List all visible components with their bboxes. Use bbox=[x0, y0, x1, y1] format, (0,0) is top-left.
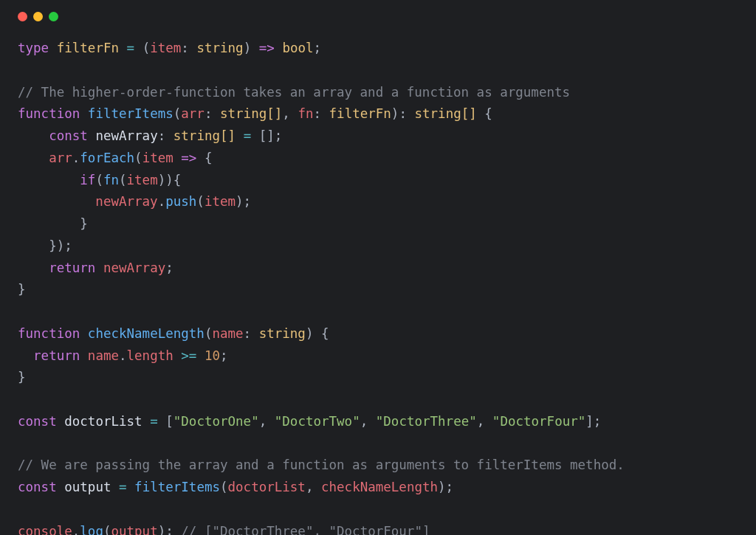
keyword-const3: const bbox=[18, 480, 57, 494]
arg-output: output bbox=[111, 524, 157, 536]
op-equals: = bbox=[127, 41, 135, 55]
string-d1: "DoctorOne" bbox=[173, 414, 259, 429]
param-name: name bbox=[212, 326, 243, 341]
window-controls bbox=[0, 0, 756, 21]
comment-line-3: // ["DoctorThree", "DoctorFour"] bbox=[181, 524, 430, 536]
var-newArray: newArray bbox=[95, 128, 157, 143]
function-name-filterItems: filterItems bbox=[88, 106, 173, 121]
string-d2: "DoctorTwo" bbox=[275, 414, 360, 429]
var-arr: arr bbox=[49, 151, 72, 165]
keyword-type: type bbox=[18, 41, 49, 55]
string-d3: "DoctorThree" bbox=[376, 414, 477, 429]
var-output: output bbox=[64, 480, 111, 494]
var-newArray2: newArray bbox=[95, 194, 157, 209]
call-filterItems: filterItems bbox=[134, 480, 220, 494]
call-fn: fn bbox=[103, 173, 119, 187]
param-item2: item bbox=[142, 151, 173, 165]
literal-10: 10 bbox=[205, 348, 220, 363]
keyword-return: return bbox=[49, 260, 95, 275]
keyword-function2: function bbox=[18, 326, 80, 341]
function-name-checkNameLength: checkNameLength bbox=[88, 326, 205, 341]
string-d4: "DoctorFour" bbox=[492, 414, 585, 429]
arrow: => bbox=[259, 41, 275, 55]
return-newArray: newArray bbox=[103, 260, 165, 275]
type-bool: bool bbox=[282, 41, 313, 55]
code-editor[interactable]: type filterFn = (item: string) => bool; … bbox=[0, 21, 756, 535]
method-forEach: forEach bbox=[80, 151, 134, 165]
keyword-const2: const bbox=[18, 414, 57, 429]
var-doctorList: doctorList bbox=[64, 414, 142, 429]
arg-item2: item bbox=[205, 194, 236, 209]
paren-open: ( bbox=[142, 41, 151, 55]
keyword-return2: return bbox=[33, 348, 80, 363]
method-push: push bbox=[165, 194, 196, 209]
param-arr: arr bbox=[181, 106, 205, 121]
comment-line-2: // We are passing the array and a functi… bbox=[18, 458, 625, 472]
keyword-const: const bbox=[49, 128, 88, 143]
minimize-icon[interactable] bbox=[33, 12, 43, 21]
type-string2: string bbox=[259, 326, 306, 341]
type-string: string bbox=[196, 41, 243, 55]
return-type: string[] bbox=[414, 106, 476, 121]
close-icon[interactable] bbox=[18, 12, 27, 21]
obj-console: console bbox=[18, 524, 72, 536]
prop-length: length bbox=[127, 348, 173, 363]
type-string-array2: string[] bbox=[173, 128, 236, 143]
maximize-icon[interactable] bbox=[49, 12, 58, 21]
param-item: item bbox=[150, 41, 181, 55]
type-name: filterFn bbox=[57, 41, 119, 55]
arg-checkNameLength: checkNameLength bbox=[321, 480, 438, 494]
method-log: log bbox=[80, 524, 103, 536]
keyword-if: if bbox=[80, 173, 95, 187]
param-fn: fn bbox=[298, 106, 313, 121]
comment-line-1: // The higher-order-function takes an ar… bbox=[18, 85, 570, 100]
arg-item: item bbox=[127, 173, 158, 187]
arg-doctorList: doctorList bbox=[228, 480, 306, 494]
op-gte: >= bbox=[181, 348, 196, 363]
type-string-array: string[] bbox=[220, 106, 282, 121]
keyword-function: function bbox=[18, 106, 80, 121]
type-filterFn: filterFn bbox=[329, 106, 391, 121]
var-name: name bbox=[88, 348, 119, 363]
